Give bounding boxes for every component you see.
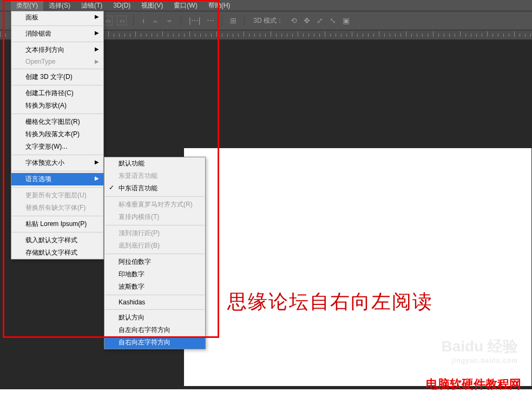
- ruler-tick: [157, 34, 157, 37]
- ruler-tick: [373, 34, 374, 37]
- menu-item[interactable]: 转换为形状(A): [11, 99, 103, 112]
- menu-item[interactable]: 存储默认文字样式: [11, 247, 103, 259]
- menu-item[interactable]: 文字变形(W)...: [11, 141, 103, 153]
- menu-separator: [12, 114, 103, 114]
- ruler-tick: [444, 34, 444, 37]
- ruler-tick: [379, 31, 379, 37]
- menu-separator: [12, 216, 103, 216]
- menu-item[interactable]: 自左向右字符方向: [104, 324, 205, 336]
- move-icon[interactable]: ⤢: [316, 16, 324, 25]
- menu-item[interactable]: Kashidas: [104, 297, 205, 308]
- canvas-text: 思缘论坛自右向左阅读: [227, 289, 433, 315]
- menu-filter[interactable]: 滤镜(T): [76, 0, 108, 11]
- toolbar-icon[interactable]: ⊞: [229, 16, 238, 25]
- menu-separator: [12, 232, 103, 232]
- ruler-tick: [173, 34, 174, 37]
- ruler-tick: [308, 34, 309, 37]
- ruler-tick: [363, 34, 363, 37]
- ruler-tick: [352, 31, 352, 37]
- ruler-tick: [254, 34, 255, 37]
- menu-item[interactable]: 字体预览大小▶: [11, 157, 103, 169]
- menu-item[interactable]: 载入默认文字样式: [11, 234, 103, 247]
- menu-help[interactable]: 帮助(H): [203, 0, 236, 11]
- ruler-tick: [406, 31, 406, 37]
- ruler-tick: [428, 34, 428, 37]
- ruler-tick: [455, 34, 455, 37]
- menu-separator: [105, 309, 205, 310]
- menu-item[interactable]: 消除锯齿▶: [11, 28, 103, 40]
- type-menu-dropdown: 面板▶消除锯齿▶文本排列方向▶OpenType▶创建 3D 文字(D)创建工作路…: [11, 11, 104, 260]
- ruler-tick: [530, 34, 531, 37]
- menu-item: 替换所有缺欠字体(F): [11, 202, 103, 214]
- ruler-tick: [276, 34, 277, 37]
- camera-icon[interactable]: ▣: [341, 16, 351, 25]
- ruler-tick: [482, 34, 482, 37]
- menu-item[interactable]: 自右向左字符方向: [104, 336, 205, 349]
- ruler-tick: [422, 34, 423, 37]
- ruler-tick: [520, 34, 520, 37]
- align-right-icon[interactable]: ⫟: [165, 16, 174, 25]
- menu-item[interactable]: 转换为段落文本(P): [11, 128, 103, 141]
- ruler-tick: [195, 34, 195, 37]
- menu-type[interactable]: 类型(Y): [11, 0, 43, 11]
- align-left-icon[interactable]: ⫞: [140, 16, 146, 25]
- align-center-icon[interactable]: ⫠: [150, 16, 160, 25]
- orbit-icon[interactable]: ⟲: [290, 16, 298, 25]
- ruler-tick: [325, 31, 325, 37]
- menu-item[interactable]: 面板▶: [11, 11, 103, 24]
- ruler-tick: [233, 34, 233, 37]
- ruler-tick: [189, 31, 190, 37]
- pan-icon[interactable]: ✥: [303, 16, 311, 25]
- menubar: 类型(Y) 选择(S) 滤镜(T) 3D(D) 视图(V) 窗口(W) 帮助(H…: [0, 0, 532, 11]
- menu-item[interactable]: 默认方向: [104, 311, 205, 324]
- menu-item[interactable]: 创建 3D 文字(D): [11, 71, 103, 83]
- menu-item[interactable]: 粘贴 Lorem Ipsum(P): [11, 218, 103, 230]
- ruler-tick: [168, 34, 168, 37]
- menu-item[interactable]: 印地数字: [104, 268, 205, 281]
- submenu-arrow-icon: ▶: [95, 30, 99, 36]
- watermark-logo: Baidu 经验 jingyan.baidu.com: [441, 336, 518, 364]
- distribute-icon[interactable]: ⋯: [206, 16, 215, 25]
- menu-item[interactable]: 语言选项▶: [11, 173, 103, 185]
- ruler-tick: [357, 34, 358, 37]
- menu-separator: [12, 25, 103, 26]
- menu-item: 更新所有文字图层(U): [11, 189, 103, 202]
- toolbar-icon[interactable]: ▭: [103, 16, 113, 25]
- ruler-tick: [330, 34, 331, 37]
- ruler-tick: [249, 34, 249, 37]
- watermark-sub: jingyan.baidu.com: [441, 357, 518, 364]
- submenu-arrow-icon: ▶: [95, 159, 99, 165]
- menu-separator: [105, 254, 205, 254]
- ruler-tick: [152, 34, 152, 37]
- menu-separator: [12, 42, 103, 42]
- menu-3d[interactable]: 3D(D): [108, 1, 136, 10]
- menu-item[interactable]: 中东语言功能✓: [104, 182, 205, 195]
- menu-separator: [12, 155, 103, 155]
- ruler-tick: [492, 34, 493, 37]
- ruler-tick: [141, 34, 141, 37]
- ruler-tick: [390, 34, 390, 37]
- menu-item[interactable]: 创建工作路径(C): [11, 87, 103, 99]
- menu-item: 顶到顶行距(P): [104, 227, 205, 240]
- ruler-tick: [222, 34, 222, 37]
- distribute-icon[interactable]: |⋯|: [188, 16, 201, 25]
- menu-item[interactable]: 波斯数字: [104, 281, 205, 293]
- check-icon: ✓: [109, 184, 114, 191]
- ruler-tick: [211, 34, 212, 37]
- menu-select[interactable]: 选择(S): [43, 0, 76, 11]
- ruler-tick: [433, 31, 434, 37]
- ruler-tick: [395, 34, 396, 37]
- menu-item[interactable]: 文本排列方向▶: [11, 44, 103, 56]
- menu-item[interactable]: 栅格化文字图层(R): [11, 116, 103, 128]
- menu-item[interactable]: 默认功能: [104, 157, 205, 170]
- menu-view[interactable]: 视图(V): [136, 0, 168, 11]
- menu-item[interactable]: 阿拉伯数字: [104, 256, 205, 268]
- ruler-tick: [509, 34, 509, 37]
- ruler-tick: [206, 34, 206, 37]
- ruler-tick: [114, 34, 114, 37]
- ruler-tick: [336, 34, 336, 37]
- menu-separator: [12, 187, 103, 188]
- toolbar-icon[interactable]: ▭: [117, 16, 127, 25]
- menu-window[interactable]: 窗口(W): [168, 0, 202, 11]
- scale-icon[interactable]: ⤡: [329, 16, 337, 25]
